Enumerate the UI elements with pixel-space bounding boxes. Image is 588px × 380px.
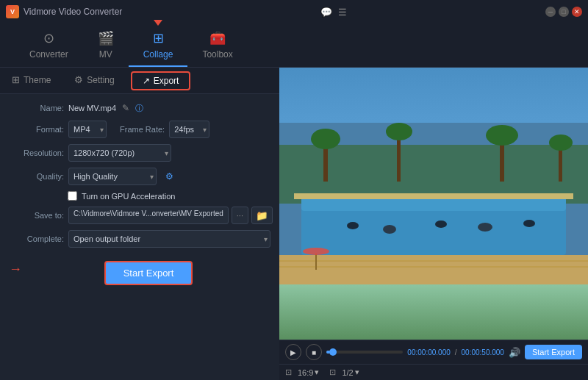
sub-tabs: ⊞ Theme ⚙ Setting ↗ Export [0, 68, 279, 94]
app-title: Vidmore Video Converter [24, 7, 122, 17]
export-tab-button[interactable]: ↗ Export [131, 71, 191, 90]
resolution-label: Resolution: [9, 148, 64, 157]
name-edit-button[interactable]: ✎ [121, 101, 131, 115]
minimize-button[interactable]: ─ [545, 7, 556, 17]
resolution-select[interactable]: 1280x720 (720p) 1920x1080 (1080p) 640x48… [68, 144, 171, 162]
svg-point-14 [383, 225, 396, 234]
left-panel: ⊞ Theme ⚙ Setting ↗ Export Name: New MV.… [0, 68, 279, 380]
saveto-path: C:\Vidmore\Vidmore V...onverter\MV Expor… [68, 207, 229, 224]
gpu-label[interactable]: Turn on GPU Acceleration [82, 192, 175, 201]
quality-row: Quality: High Quality Medium Quality Low… [9, 168, 270, 185]
resolution-icon: ⊡ [329, 368, 336, 377]
tab-collage[interactable]: ⊞ Collage [129, 26, 188, 67]
time-display: 00:00:00.000 [407, 348, 450, 356]
saveto-label: Save to: [9, 211, 64, 220]
name-info-icon[interactable]: ⓘ [135, 103, 143, 114]
theme-icon: ⊞ [12, 74, 20, 85]
start-export-right-button[interactable]: Start Export [525, 345, 582, 359]
quality-settings-icon[interactable]: ⚙ [165, 171, 173, 182]
complete-row: Complete: Open output folder Do nothing [9, 230, 270, 248]
svg-point-7 [486, 125, 518, 146]
svg-point-15 [435, 221, 447, 228]
ratio-row: ⊡ 16:9 ▾ ⊡ 1/2 ▾ [279, 364, 588, 380]
export-tab-label: Export [154, 76, 179, 86]
collage-icon: ⊞ [153, 30, 164, 46]
saveto-dots-button[interactable]: ··· [232, 207, 248, 224]
mv-icon: 🎬 [98, 30, 114, 46]
name-label: Name: [9, 104, 64, 112]
maximize-button[interactable]: □ [559, 7, 569, 17]
subtab-theme[interactable]: ⊞ Theme [0, 68, 62, 93]
tab-mv[interactable]: 🎬 MV [83, 26, 129, 67]
tab-collage-label: Collage [143, 49, 173, 60]
ratio-chevron-icon: ▾ [315, 368, 319, 377]
form-area: Name: New MV.mp4 ✎ ⓘ Format: MP4 MKV AVI… [0, 94, 279, 380]
quality-select-wrap: High Quality Medium Quality Low Quality [68, 168, 157, 185]
subtab-setting-label: Setting [87, 75, 114, 85]
format-select-wrap: MP4 MKV AVI [68, 121, 107, 138]
framerate-label: Frame Rate: [120, 125, 165, 134]
left-arrow-indicator: → [9, 262, 22, 277]
converter-icon: ⊙ [43, 30, 54, 46]
titlebar-left: V Vidmore Video Converter [6, 5, 122, 18]
start-export-left-button[interactable]: Start Export [104, 261, 193, 285]
preview-area [279, 68, 588, 340]
resolution-select-wrap: 1280x720 (720p) 1920x1080 (1080p) 640x48… [68, 144, 171, 162]
preview-svg [279, 68, 588, 340]
titlebar-system-icons: 💬 ☰ [320, 7, 347, 18]
svg-point-22 [303, 248, 329, 255]
time-separator: / [455, 348, 457, 356]
ratio-dropdown[interactable]: 16:9 ▾ [298, 368, 319, 377]
quality-chevron-icon: ▾ [355, 368, 359, 377]
saveto-path-row: C:\Vidmore\Vidmore V...onverter\MV Expor… [68, 207, 273, 224]
gpu-checkbox[interactable] [68, 191, 77, 201]
titlebar: V Vidmore Video Converter 💬 ☰ ─ □ ✕ [0, 0, 588, 24]
start-export-row: → Start Export [9, 254, 270, 285]
quality-fraction: 1/2 [342, 368, 353, 377]
tab-toolbox-label: Toolbox [202, 49, 232, 60]
tab-mv-label: MV [99, 49, 112, 60]
saveto-row: Save to: C:\Vidmore\Vidmore V...onverter… [9, 207, 270, 224]
player-controls: ▶ ■ 00:00:00.000 / 00:00:50.000 🔊 Start … [279, 340, 588, 364]
framerate-select-wrap: 24fps 30fps 60fps [169, 121, 209, 138]
volume-icon[interactable]: 🔊 [509, 347, 520, 358]
nav-arrow [154, 20, 162, 26]
svg-point-5 [386, 123, 412, 140]
progress-bar[interactable] [326, 351, 403, 354]
complete-select[interactable]: Open output folder Do nothing [68, 230, 270, 248]
framerate-select[interactable]: 24fps 30fps 60fps [169, 121, 209, 138]
subtab-theme-label: Theme [24, 75, 51, 85]
svg-rect-12 [294, 193, 573, 199]
format-select[interactable]: MP4 MKV AVI [68, 121, 107, 138]
setting-icon: ⚙ [74, 74, 83, 85]
saveto-folder-button[interactable]: 📁 [251, 207, 273, 224]
gpu-row: Turn on GPU Acceleration [9, 191, 270, 201]
format-row: Format: MP4 MKV AVI Frame Rate: 24fps 30… [9, 121, 270, 138]
svg-point-17 [523, 220, 535, 227]
stop-button[interactable]: ■ [306, 344, 322, 360]
quality-select[interactable]: High Quality Medium Quality Low Quality [68, 168, 157, 185]
svg-point-13 [347, 222, 359, 229]
main-area: ⊞ Theme ⚙ Setting ↗ Export Name: New MV.… [0, 68, 588, 380]
menu-icon[interactable]: ☰ [338, 7, 347, 18]
tab-toolbox[interactable]: 🧰 Toolbox [187, 26, 247, 67]
complete-select-wrap: Open output folder Do nothing [68, 230, 270, 248]
time-total: 00:00:50.000 [462, 348, 504, 356]
tab-converter[interactable]: ⊙ Converter [15, 26, 83, 67]
name-row: Name: New MV.mp4 ✎ ⓘ [9, 101, 270, 115]
svg-point-9 [549, 135, 573, 151]
close-button[interactable]: ✕ [572, 7, 582, 17]
toolbox-icon: 🧰 [209, 30, 226, 46]
right-panel: ▶ ■ 00:00:00.000 / 00:00:50.000 🔊 Start … [279, 68, 588, 380]
resolution-row: Resolution: 1280x720 (720p) 1920x1080 (1… [9, 144, 270, 162]
quality-dropdown[interactable]: 1/2 ▾ [342, 368, 359, 377]
subtab-setting[interactable]: ⚙ Setting [62, 68, 126, 93]
format-label: Format: [9, 125, 64, 134]
play-button[interactable]: ▶ [285, 344, 301, 360]
tab-converter-label: Converter [29, 49, 68, 60]
chat-icon[interactable]: 💬 [320, 7, 332, 18]
quality-label: Quality: [9, 172, 64, 181]
progress-dot [329, 348, 337, 356]
window-controls[interactable]: ─ □ ✕ [545, 7, 582, 17]
aspect-ratio-icon: ⊡ [285, 368, 292, 377]
